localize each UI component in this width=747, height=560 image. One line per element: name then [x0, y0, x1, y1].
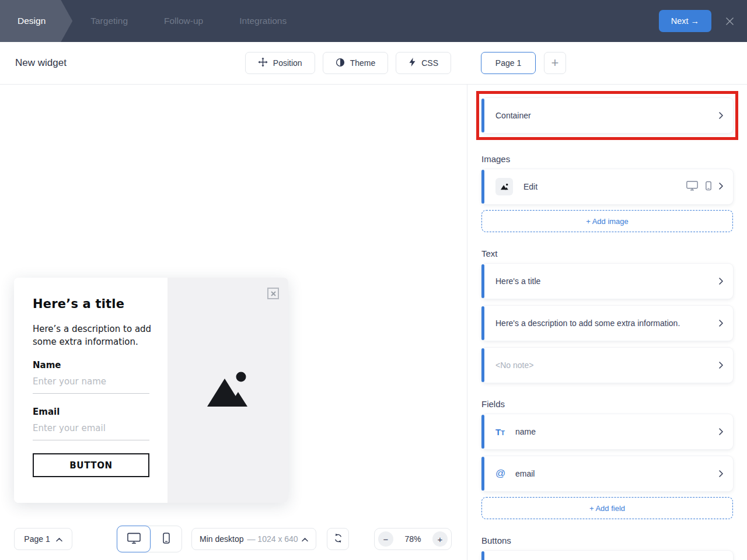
pages-bar: Page 1 + — [481, 52, 566, 74]
widget-preview-description: Here’s a description to add some extra i… — [33, 323, 152, 348]
container-row-label: Container — [495, 111, 531, 120]
buttons-section-label: Buttons — [481, 536, 733, 545]
mobile-icon — [163, 533, 170, 545]
toolbar-header: New widget Position — [0, 42, 747, 85]
desktop-icon — [127, 533, 141, 546]
widget-form-panel: Here’s a title Here’s a description to a… — [14, 278, 167, 503]
text-field-icon: T T — [495, 427, 509, 437]
chevron-right-icon — [719, 362, 723, 369]
theme-button[interactable]: Theme — [323, 52, 389, 74]
desktop-icon[interactable] — [686, 181, 698, 193]
mobile-icon[interactable] — [706, 181, 711, 193]
contrast-icon — [336, 58, 345, 69]
widget-close-button[interactable] — [267, 288, 279, 299]
widget-preview: Here’s a title Here’s a description to a… — [14, 278, 288, 503]
button-row[interactable] — [481, 551, 733, 560]
name-field-row[interactable]: T T name — [481, 414, 733, 449]
name-field-input[interactable] — [33, 376, 149, 394]
position-button[interactable]: Position — [245, 52, 315, 74]
tab-design-label: Design — [18, 16, 46, 26]
position-button-label: Position — [273, 58, 302, 68]
container-highlight-box: Container — [476, 91, 738, 140]
screen-size-dropdown[interactable]: Min desktop — 1024 x 640 — [191, 528, 316, 550]
fields-section-label: Fields — [481, 399, 733, 409]
widget-submit-button[interactable]: BUTTON — [33, 453, 149, 477]
desktop-view-button[interactable] — [117, 526, 151, 552]
tab-follow-up-label: Follow-up — [164, 16, 203, 26]
close-icon[interactable] — [725, 17, 734, 26]
chevron-right-icon — [719, 278, 723, 285]
description-text-row[interactable]: Here's a description to add some extra i… — [481, 306, 733, 341]
top-navbar: Design Targeting Follow-up Integrations … — [0, 0, 747, 42]
css-button[interactable]: CSS — [396, 52, 451, 74]
buttons-section: Buttons — [481, 536, 733, 560]
note-text-label: <No note> — [495, 360, 533, 370]
chevron-right-icon — [719, 320, 723, 327]
tab-targeting-label: Targeting — [90, 16, 128, 26]
note-text-row[interactable]: <No note> — [481, 348, 733, 383]
widget-preview-title: Here’s a title — [33, 297, 152, 311]
description-text-label: Here's a description to add some extra i… — [495, 318, 680, 328]
tab-integrations[interactable]: Integrations — [221, 0, 305, 42]
next-button-label: Next → — [671, 16, 699, 26]
name-field-row-label: name — [515, 427, 536, 436]
container-row[interactable]: Container — [481, 98, 733, 133]
layers-sidebar: Container Images Edit — [467, 85, 747, 560]
widget-image-panel — [167, 278, 288, 503]
tab-design[interactable]: Design — [0, 0, 72, 42]
email-at-icon: @ — [495, 468, 509, 480]
images-section-label: Images — [481, 154, 733, 164]
preview-canvas: Here’s a title Here’s a description to a… — [0, 85, 467, 560]
chevron-right-icon — [719, 470, 723, 477]
mobile-view-button[interactable] — [151, 526, 181, 552]
css-button-label: CSS — [421, 58, 438, 68]
design-toolbar: Position Theme CSS — [245, 52, 451, 74]
email-field-label: Email — [33, 407, 152, 417]
widget-builder-app: Design Targeting Follow-up Integrations … — [0, 0, 747, 560]
image-edit-row[interactable]: Edit — [481, 169, 733, 204]
page-select-dropdown[interactable]: Page 1 — [14, 528, 72, 550]
email-field-row-label: email — [515, 469, 535, 478]
add-image-button[interactable]: + Add image — [481, 210, 733, 232]
title-text-row[interactable]: Here's a title — [481, 264, 733, 299]
chevron-right-icon — [719, 428, 723, 435]
chevron-right-icon — [719, 112, 723, 119]
image-device-toggles — [686, 181, 723, 193]
add-page-button[interactable]: + — [544, 52, 566, 74]
canvas-sidebar-divider — [467, 42, 467, 560]
zoom-control: − 78% + — [374, 528, 452, 550]
text-section-label: Text — [481, 249, 733, 258]
email-field-input[interactable] — [33, 423, 149, 440]
tab-follow-up[interactable]: Follow-up — [146, 0, 221, 42]
name-field-label: Name — [33, 360, 152, 370]
close-icon — [271, 291, 276, 296]
refresh-preview-button[interactable] — [327, 528, 349, 550]
device-toggle — [117, 526, 182, 552]
image-edit-label: Edit — [523, 182, 537, 191]
page-tab-1[interactable]: Page 1 — [481, 52, 536, 74]
next-button[interactable]: Next → — [659, 10, 711, 32]
image-thumbnail-icon — [495, 178, 513, 195]
chevron-right-icon — [719, 181, 723, 192]
text-section: Text Here's a title Here's a description… — [481, 249, 733, 383]
screen-size-label: Min desktop — [200, 534, 243, 544]
image-placeholder-icon — [204, 371, 252, 410]
move-icon — [258, 57, 268, 69]
topbar-actions: Next → — [659, 0, 747, 42]
title-text-label: Here's a title — [495, 276, 540, 286]
tab-targeting[interactable]: Targeting — [72, 0, 146, 42]
images-section: Images Edit — [481, 154, 733, 232]
widget-title: New widget — [15, 57, 67, 69]
chevron-up-icon — [302, 534, 308, 544]
email-field-row[interactable]: @ email — [481, 456, 733, 491]
zoom-in-button[interactable]: + — [432, 531, 448, 547]
screen-size-value: — 1024 x 640 — [247, 534, 298, 544]
chevron-up-icon — [56, 534, 62, 544]
zoom-out-button[interactable]: − — [378, 531, 393, 547]
tab-integrations-label: Integrations — [239, 16, 287, 26]
add-field-button[interactable]: + Add field — [481, 497, 733, 519]
zoom-level: 78% — [404, 534, 421, 544]
page-select-label: Page 1 — [24, 534, 50, 544]
refresh-icon — [333, 533, 344, 545]
theme-button-label: Theme — [350, 58, 376, 68]
